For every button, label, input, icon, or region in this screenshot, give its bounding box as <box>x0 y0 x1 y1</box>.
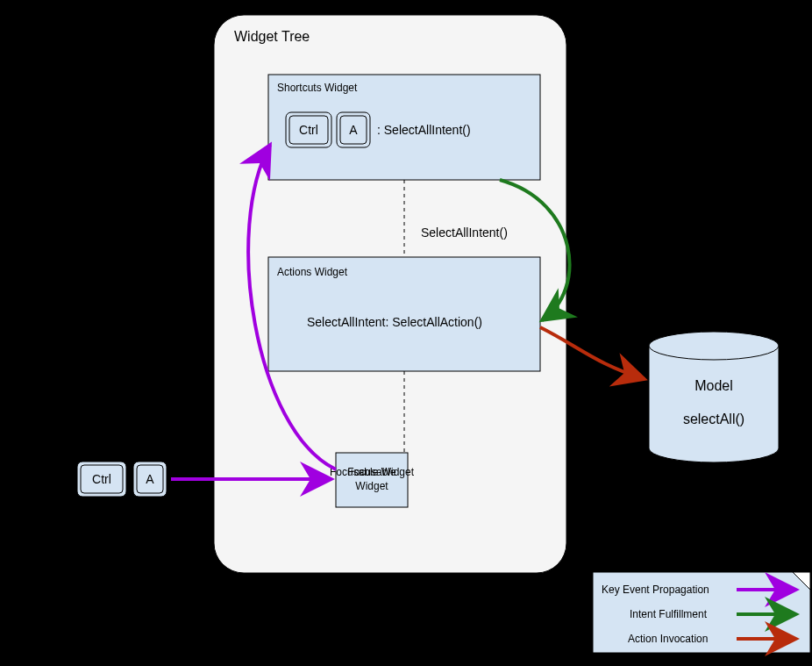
ctrl-key-icon: Ctrl <box>286 112 331 147</box>
svg-rect-20 <box>649 346 779 448</box>
shortcuts-widget: Shortcuts Widget Ctrl A : SelectAllInten… <box>268 75 540 180</box>
shortcuts-title: Shortcuts Widget <box>277 82 358 94</box>
svg-text:Widget: Widget <box>355 480 388 492</box>
actions-widget: Actions Widget SelectAllIntent: SelectAl… <box>268 257 540 371</box>
svg-point-23 <box>649 332 779 360</box>
actions-mapping: SelectAllIntent: SelectAllAction() <box>307 315 482 329</box>
legend-key-event-label: Key Event Propagation <box>602 584 709 596</box>
legend: Key Event Propagation Intent Fulfillment… <box>593 572 810 653</box>
svg-text:A: A <box>349 123 358 137</box>
focusable-widget: Focusable Widget Focusable Widget <box>330 453 415 507</box>
model-method: selectAll() <box>683 412 744 426</box>
actions-title: Actions Widget <box>277 266 348 278</box>
svg-text:Ctrl: Ctrl <box>92 472 111 486</box>
widget-tree-title: Widget Tree <box>234 29 310 44</box>
a-key-icon: A <box>337 112 370 147</box>
model-cylinder: Model selectAll() <box>649 332 779 462</box>
shortcuts-mapping: : SelectAllIntent() <box>377 123 471 137</box>
svg-text:Focusable: Focusable <box>347 466 396 478</box>
legend-intent-label: Intent Fulfillment <box>630 608 708 620</box>
svg-text:A: A <box>146 472 154 486</box>
input-a-key-icon: A <box>133 462 167 497</box>
input-ctrl-key-icon: Ctrl <box>77 462 126 497</box>
intent-label: SelectAllIntent() <box>421 226 508 240</box>
svg-text:Ctrl: Ctrl <box>299 123 318 137</box>
legend-action-label: Action Invocation <box>628 633 708 645</box>
model-title: Model <box>694 378 733 393</box>
